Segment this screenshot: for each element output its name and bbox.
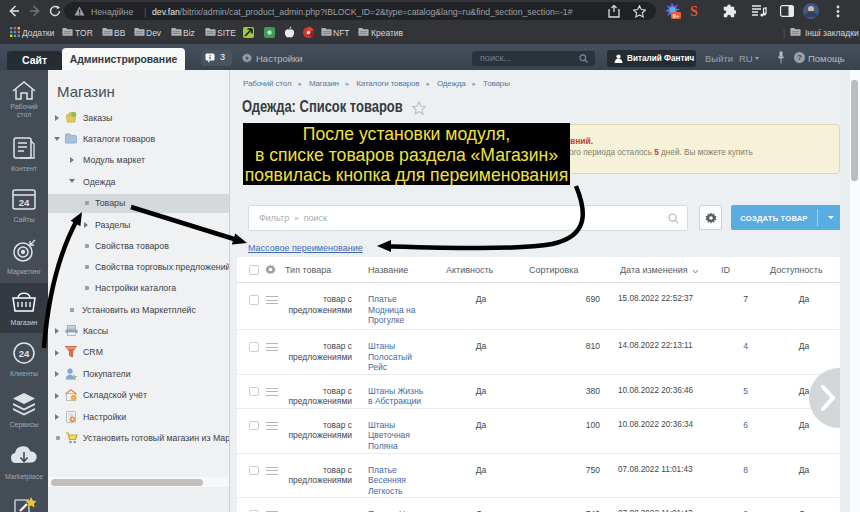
svg-text:24: 24 xyxy=(19,197,30,208)
svg-text:24: 24 xyxy=(19,348,30,359)
svg-text:S: S xyxy=(690,4,698,18)
svg-text:9+: 9+ xyxy=(673,13,679,19)
svg-text:?: ? xyxy=(797,53,802,62)
